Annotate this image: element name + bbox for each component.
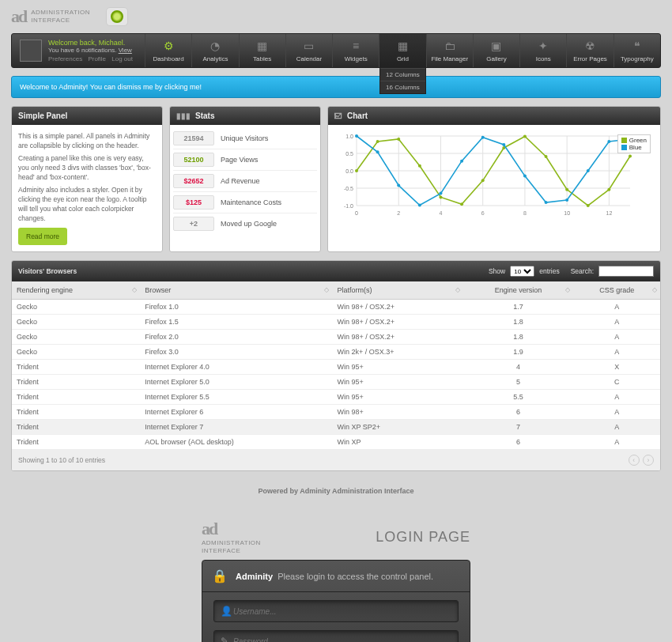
svg-point-27 <box>418 164 421 168</box>
stat-value: $2652 <box>173 174 214 188</box>
logout-link[interactable]: Log out <box>111 55 133 62</box>
nav-item-typography[interactable]: ❝Typography <box>613 34 660 67</box>
nav-item-widgets[interactable]: ≡Widgets <box>332 34 379 67</box>
table-cell: Win 95+ <box>332 360 462 375</box>
svg-text:10: 10 <box>564 210 570 216</box>
nav-item-calendar[interactable]: ▭Calendar <box>285 34 332 67</box>
nav-item-error-pages[interactable]: ☢Error Pages <box>566 34 613 67</box>
username-input[interactable] <box>233 607 451 616</box>
legend-item: Green <box>621 137 647 144</box>
dropdown-item[interactable]: 12 Columns <box>380 68 425 81</box>
svg-point-41 <box>418 204 421 207</box>
brand-line2: INTERFACE <box>31 17 90 25</box>
main-row: Simple Panel This is a simple panel. All… <box>11 106 661 252</box>
page-next[interactable]: › <box>643 455 654 466</box>
table-cell: A <box>573 405 660 420</box>
table-row: GeckoFirefox 1.5Win 98+ / OSX.2+1.8A <box>12 315 660 330</box>
top-logo-bar: ad ADMINISTRATION INTERFACE <box>0 0 672 33</box>
welcome-text: Welcome back, Michael. <box>48 39 137 47</box>
login-area: ad ADMINISTRATION INTERFACE LOGIN PAGE 🔒… <box>202 519 470 642</box>
eye-icon <box>111 10 123 23</box>
table-cell: C <box>573 375 660 390</box>
stat-label: Ad Revenue <box>221 177 260 185</box>
table-cell: AOL browser (AOL desktop) <box>140 435 332 450</box>
nav-item-analytics[interactable]: ◔Analytics <box>191 34 238 67</box>
nav-item-file-manager[interactable]: 🗀File Manager <box>426 34 473 67</box>
preferences-link[interactable]: Preferences <box>48 55 82 62</box>
table-cell: Win 95+ <box>332 375 462 390</box>
col-header[interactable]: Browser◇ <box>140 281 332 300</box>
password-field-wrap[interactable]: ✎ <box>213 630 459 642</box>
col-header[interactable]: CSS grade◇ <box>573 281 660 300</box>
stat-row: +2Moved up Google <box>173 213 317 234</box>
stats-panel: ▮▮▮Stats 21594Unique Visitors52100Page V… <box>169 106 321 252</box>
table-row: TridentInternet Explorer 5.0Win 95+5C <box>12 375 660 390</box>
lock-icon: 🔒 <box>212 568 228 583</box>
password-input[interactable] <box>233 637 451 643</box>
profile-link[interactable]: Profile <box>88 55 106 62</box>
stat-row: 21594Unique Visitors <box>173 128 317 149</box>
table-cell: Trident <box>12 420 140 435</box>
table-cell: Internet Explorer 5.0 <box>140 375 332 390</box>
simple-panel-header[interactable]: Simple Panel <box>12 107 162 125</box>
avatar <box>20 40 42 62</box>
nav-label: Dashboard <box>147 55 190 62</box>
login-box: 🔒 Adminity Please login to access the co… <box>202 560 470 642</box>
table-cell: Gecko <box>12 330 140 345</box>
nav-label: Analytics <box>194 55 236 62</box>
table-cell: Internet Explorer 4.0 <box>140 360 332 375</box>
dropdown-item[interactable]: 16 Columns <box>380 81 425 93</box>
table-cell: 5.5 <box>463 390 574 405</box>
svg-point-48 <box>565 198 568 202</box>
table-cell: Win 98+ <box>332 405 462 420</box>
view-link[interactable]: View <box>119 47 132 54</box>
read-more-button[interactable]: Read more <box>18 228 67 245</box>
table-row: TridentInternet Explorer 4.0Win 95+4X <box>12 360 660 375</box>
search-input[interactable] <box>598 266 654 277</box>
typography-icon: ❝ <box>616 39 659 53</box>
dismissable-alert[interactable]: Welcome to Adminity! You can dismiss me … <box>11 76 661 98</box>
brand-text: ADMINISTRATION INTERFACE <box>31 9 90 25</box>
svg-point-26 <box>397 138 400 141</box>
col-header[interactable]: Platform(s)◇ <box>332 281 462 300</box>
page-prev[interactable]: ‹ <box>629 455 640 466</box>
chart-panel-header[interactable]: 🗠Chart <box>328 107 660 125</box>
username-field-wrap[interactable]: 👤 <box>213 600 459 622</box>
show-label: Show <box>489 267 505 275</box>
stat-value: $125 <box>173 195 214 210</box>
sort-icon: ◇ <box>652 286 657 293</box>
table-cell: Win XP <box>332 435 462 450</box>
widgets-icon: ≡ <box>334 39 377 53</box>
svg-text:1.0: 1.0 <box>345 134 353 139</box>
nav-label: Icons <box>522 55 564 62</box>
visitors-table-panel: Visitors' Browsers Show 10 entries Searc… <box>11 260 661 471</box>
nav-item-grid[interactable]: ▦Grid12 Columns16 Columns <box>379 34 425 67</box>
footer-credits: Powered by Adminity Administration Inter… <box>0 487 672 495</box>
col-header[interactable]: Rendering engine◇ <box>12 281 140 300</box>
svg-point-28 <box>439 195 442 198</box>
nav-item-icons[interactable]: ✦Icons <box>519 34 566 67</box>
brand-logo-icon: ad <box>11 6 26 27</box>
nav-item-dashboard[interactable]: ⚙Dashboard <box>145 34 191 67</box>
table-row: GeckoFirefox 3.0Win 2k+ / OSX.3+1.9A <box>12 345 660 360</box>
stats-panel-header[interactable]: ▮▮▮Stats <box>170 107 320 125</box>
table-cell: 1.9 <box>463 345 574 360</box>
styler-toggle[interactable] <box>106 7 128 26</box>
legend-item: Blue <box>621 144 647 151</box>
table-row: TridentAOL browser (AOL desktop)Win XP6A <box>12 435 660 450</box>
svg-text:2: 2 <box>397 210 400 216</box>
table-cell: 4 <box>463 360 574 375</box>
table-cell: 5 <box>463 375 574 390</box>
col-header[interactable]: Engine version◇ <box>463 281 574 300</box>
nav-item-gallery[interactable]: ▣Gallery <box>473 34 519 67</box>
nav-item-tables[interactable]: ▦Tables <box>239 34 285 67</box>
svg-point-40 <box>397 183 400 187</box>
table-cell: A <box>573 390 660 405</box>
login-page-title: LOGIN PAGE <box>376 529 470 546</box>
user-icon: 👤 <box>221 606 233 617</box>
entries-select[interactable]: 10 <box>510 266 534 277</box>
table-cell: Win 2k+ / OSX.3+ <box>332 345 462 360</box>
login-brand-icon: ad <box>202 519 217 538</box>
svg-point-50 <box>607 140 610 143</box>
chart-panel: 🗠Chart -1.0-0.50.00.51.0024681012 GreenB… <box>327 106 661 252</box>
